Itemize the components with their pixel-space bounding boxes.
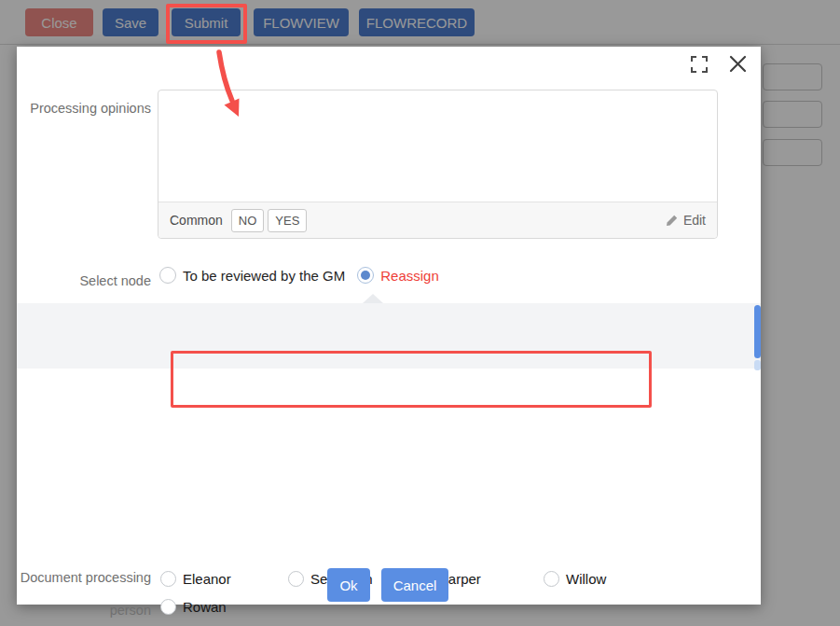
person-label-line1: Document processing	[17, 569, 151, 586]
person-option-label: Eleanor	[183, 571, 231, 587]
common-no-button[interactable]: NO	[231, 209, 265, 232]
common-yes-button[interactable]: YES	[268, 209, 307, 232]
scrollbar-track	[754, 360, 761, 370]
radio-unselected-icon	[160, 599, 176, 615]
node-option-gm-radio[interactable]: To be reviewed by the GM	[159, 267, 345, 284]
select-node-options: To be reviewed by the GM Reassign	[159, 267, 439, 284]
person-label-line2: person	[17, 602, 151, 619]
node-option-reassign-label: Reassign	[380, 268, 439, 284]
edit-button[interactable]: Edit	[666, 213, 706, 228]
node-option-reassign-radio[interactable]: Reassign	[357, 267, 439, 284]
person-option-rowan[interactable]: Rowan	[160, 592, 288, 620]
submit-dialog: Processing opinions Common NO YES Edit S…	[17, 47, 761, 605]
person-option-label: Willow	[566, 571, 606, 587]
select-node-label: Select node	[17, 272, 151, 289]
caret-up-icon	[363, 294, 383, 303]
processing-opinions-label: Processing opinions	[17, 100, 151, 117]
processing-opinions-box: Common NO YES Edit	[158, 90, 718, 239]
ok-button[interactable]: Ok	[327, 568, 370, 602]
common-label: Common	[170, 213, 223, 228]
radio-unselected-icon	[288, 571, 304, 587]
processing-opinions-textarea[interactable]	[158, 90, 717, 202]
document-processing-person-row: Document processing person Eleanor Sebas…	[17, 303, 761, 369]
pencil-icon	[666, 215, 678, 227]
cancel-button[interactable]: Cancel	[381, 568, 448, 602]
radio-selected-icon	[357, 267, 374, 284]
scrollbar-thumb[interactable]	[754, 305, 761, 358]
radio-unselected-icon	[160, 571, 176, 587]
edit-label: Edit	[683, 213, 706, 228]
fullscreen-icon[interactable]	[691, 56, 708, 73]
opinion-footer: Common NO YES Edit	[158, 202, 717, 238]
radio-unselected-icon	[544, 571, 559, 587]
person-option-eleanor[interactable]: Eleanor	[160, 564, 288, 592]
person-option-willow[interactable]: Willow	[544, 564, 671, 592]
close-icon[interactable]	[728, 54, 748, 74]
person-option-label: Rowan	[183, 599, 227, 615]
radio-unselected-icon	[159, 267, 176, 284]
node-option-gm-label: To be reviewed by the GM	[183, 268, 345, 284]
